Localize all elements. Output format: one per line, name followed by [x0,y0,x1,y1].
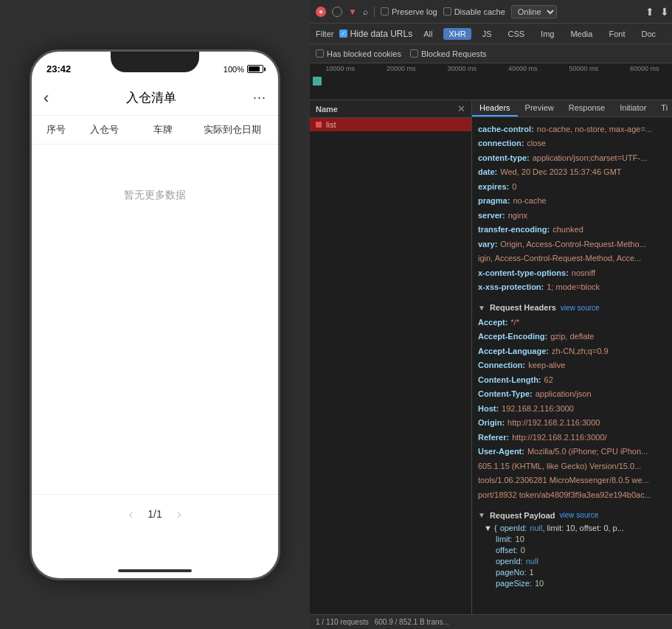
req-headers-toggle[interactable]: ▼ [478,304,485,312]
tab-initiator[interactable]: Initiator [612,100,654,117]
request-headers-section: Accept: */* Accept-Encoding: gzip, defla… [478,315,669,502]
table-header: 序号 入仓号 车牌 实际到仓日期 [32,116,278,145]
transfer-size: 600.9 / 852.1 B trans... [375,618,449,626]
req-headers-view-source[interactable]: view source [561,304,600,312]
filter-img-btn[interactable]: Img [536,28,559,40]
tl-label-4: 40000 ms [493,65,554,72]
tab-headers[interactable]: Headers [472,100,518,117]
timeline-bar-area [313,74,672,100]
request-headers-title: ▼ Request Headers view source [478,299,669,315]
header-row-date: date: Wed, 20 Dec 2023 15:37:46 GMT [478,165,669,180]
devtools-toolbar: ● ▼ ⌕ Preserve log Disable cache Online … [310,0,672,24]
filter-media-btn[interactable]: Media [565,28,597,40]
blocked-requests-checkbox[interactable] [410,49,418,58]
col-date: 实际到仓日期 [193,123,272,136]
hide-data-urls-group: Hide data URLs [339,29,412,39]
throttle-select[interactable]: Online [511,5,557,18]
phone-notch [111,52,199,72]
payload-section: ▼ { openId: null , limit: 10, offset: 0,… [478,523,669,589]
battery-percent: 100% [224,65,244,74]
details-content: cache-control: no-cache, no-store, max-a… [472,117,672,594]
disable-cache-checkbox[interactable] [443,7,451,15]
download-icon[interactable]: ⬇ [660,6,669,18]
filter-js-btn[interactable]: JS [477,28,497,40]
phone-content: ‹ 入仓清单 ··· 序号 入仓号 车牌 实际到仓日期 暂无更多数据 ‹ 1/1… [32,81,278,578]
hide-data-urls-label: Hide data URLs [350,29,412,39]
clear-icon[interactable] [332,7,342,17]
has-blocked-cookies-checkbox[interactable] [316,49,324,58]
payload-offset: offset: 0 [484,545,669,556]
toolbar-separator [374,6,375,18]
filter-font-btn[interactable]: Font [603,28,630,40]
req-header-host: Host: 192.168.2.116:3000 [478,401,669,416]
upload-icon[interactable]: ⬆ [645,6,654,18]
request-payload-title: ▼ Request Payload view source [478,507,669,523]
header-row-transfer-encoding: transfer-encoding: chunked [478,223,669,237]
page-title: 入仓清单 [126,89,176,106]
tl-label-1: 10000 ms [310,65,371,72]
req-header-content-length: Content-Length: 62 [478,372,669,387]
battery-fill [249,66,260,72]
tab-preview[interactable]: Preview [518,100,561,117]
req-headers-label: Request Headers [490,303,556,312]
has-blocked-cookies-group: Has blocked cookies [316,49,401,58]
disable-cache-label: Disable cache [454,7,505,16]
phone-status-right: 100% [224,65,263,74]
col-seq: 序号 [38,123,75,136]
disable-cache-group: Disable cache [443,7,505,16]
header-row-expires: expires: 0 [478,179,669,194]
hide-data-urls-checkbox[interactable] [339,29,347,38]
header-row-server: server: nginx [478,208,669,223]
header-row-connection: connection: close [478,136,669,151]
tl-label-5: 50000 ms [553,65,614,72]
devtools-status-bar: 1 / 110 requests 600.9 / 852.1 B trans..… [310,614,672,629]
payload-view-source[interactable]: view source [560,511,599,519]
search-icon[interactable]: ⌕ [363,7,368,17]
next-page-button[interactable]: › [177,507,181,522]
payload-pagesize: pageSize: 10 [484,578,669,589]
req-header-referer: Referer: http://192.168.2.116:3000/ [478,430,669,445]
header-row-xxss: x-xss-protection: 1; mode=block [478,280,669,295]
request-name: list [326,120,336,129]
preserve-log-checkbox[interactable] [381,7,389,15]
devtools-panel: ● ▼ ⌕ Preserve log Disable cache Online … [310,0,672,629]
filter-css-btn[interactable]: CSS [502,28,530,40]
empty-text: 暂无更多数据 [124,189,186,202]
name-panel-title: Name [316,105,338,114]
empty-state: 暂无更多数据 [32,145,278,246]
more-button[interactable]: ··· [253,90,266,105]
request-row-list[interactable]: list [310,118,471,131]
req-header-accept-language: Accept-Language: zh-CN,zh;q=0.9 [478,344,669,358]
phone-time: 23:42 [46,63,71,74]
filter-all-btn[interactable]: All [418,28,437,40]
tl-label-2: 20000 ms [371,65,432,72]
tab-timing[interactable]: Ti [654,100,672,117]
col-entry: 入仓号 [75,123,134,136]
close-name-panel-button[interactable]: ✕ [457,103,465,114]
filter-icon[interactable]: ▼ [348,7,357,17]
back-button[interactable]: ‹ [44,88,49,108]
prev-page-button[interactable]: ‹ [128,507,133,522]
timeline-bar [313,77,322,86]
timeline: 10000 ms 20000 ms 30000 ms 40000 ms 5000… [310,63,672,100]
name-panel-header: Name ✕ [310,100,471,118]
req-header-content-type: Content-Type: application/json [478,387,669,402]
payload-toggle[interactable]: ▼ [478,511,485,519]
home-bar [118,569,192,572]
record-icon[interactable]: ● [316,7,326,17]
mobile-simulator: 23:42 100% ‹ 入仓清单 ··· 序号 入仓号 车牌 实际到仓日期 [0,0,310,629]
payload-label: Request Payload [490,511,555,520]
preserve-log-label: Preserve log [392,7,437,16]
header-row-content-type: content-type: application/json;charset=U… [478,150,669,165]
filter-xhr-btn[interactable]: XHR [443,28,471,40]
tl-label-3: 30000 ms [432,65,493,72]
req-header-ua-cont2: tools/1.06.2306281 MicroMessenger/8.0.5 … [478,473,669,488]
col-plate: 车牌 [134,123,193,136]
payload-pageno: pageNo: 1 [484,567,669,578]
payload-brace: ▼ { openId: null , limit: 10, offset: 0,… [484,523,669,534]
payload-openid: openId: null [484,556,669,567]
page-info: 1/1 [148,508,162,520]
tab-response[interactable]: Response [561,100,613,117]
filter-doc-btn[interactable]: Doc [636,28,661,40]
pagination: ‹ 1/1 › [32,494,278,534]
